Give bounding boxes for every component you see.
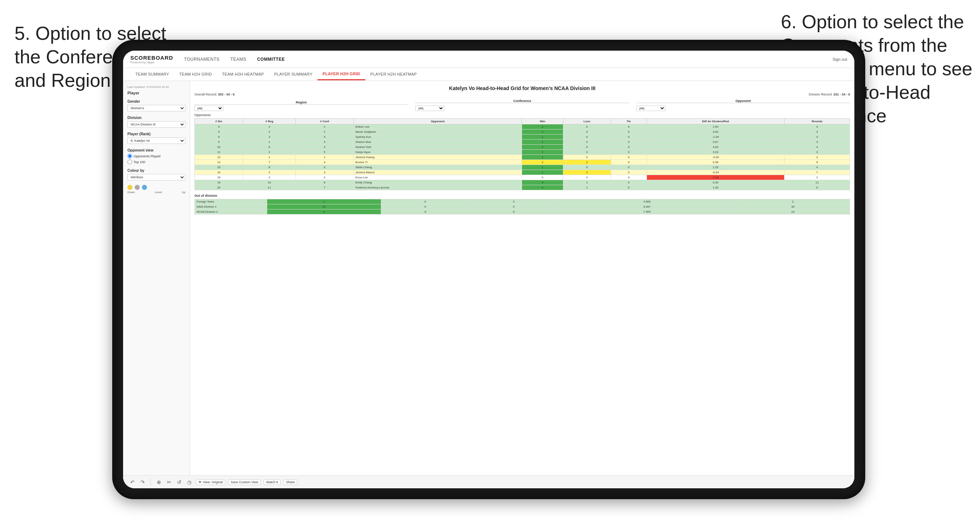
table-row: 1063 Andrea York 200 4.004 bbox=[195, 145, 850, 150]
color-dot-level bbox=[135, 185, 140, 190]
color-dot-up bbox=[142, 185, 147, 190]
col-header-loss: Loss bbox=[563, 119, 611, 124]
sub-nav-player-summary[interactable]: PLAYER SUMMARY bbox=[269, 68, 318, 80]
table-row: 1822 Euna Lee 000 -5.002 bbox=[195, 175, 850, 180]
sidebar-colour-by-label: Colour by bbox=[127, 168, 185, 173]
grid-content: Katelyn Vo Head-to-Head Grid for Women's… bbox=[190, 81, 854, 488]
sidebar-division-section: Division NCAA Division III bbox=[127, 116, 185, 128]
table-row: 633 Sydney Kuo 100 -1.003 bbox=[195, 135, 850, 140]
logo-text: SCOREBOARD bbox=[130, 55, 173, 61]
watch-btn[interactable]: Watch ▾ bbox=[264, 479, 280, 485]
sidebar-opponent-view-section: Opponent view Opponents Played Top 100 bbox=[127, 148, 185, 164]
tablet-screen: SCOREBOARD Powered by clippd TOURNAMENTS… bbox=[123, 51, 854, 488]
view-icon: 👁 bbox=[198, 480, 202, 484]
conference-header: Conference bbox=[415, 99, 629, 103]
region-header: Region bbox=[194, 100, 408, 105]
sidebar-division-select[interactable]: NCAA Division III bbox=[127, 121, 185, 128]
sidebar-colour-by-select[interactable]: Win/loss bbox=[127, 174, 185, 181]
division-record: Division Record: 331 - 34 - 6 bbox=[809, 93, 850, 96]
sidebar-gender-select[interactable]: Women's bbox=[127, 105, 185, 111]
out-of-div-row: NCAA Division 2 500 7.40010 bbox=[195, 210, 850, 214]
logo-area: SCOREBOARD Powered by clippd bbox=[130, 55, 173, 64]
sidebar-radio-opponents-played[interactable]: Opponents Played bbox=[127, 154, 185, 159]
header-right: Sign out bbox=[833, 57, 847, 62]
sub-nav-player-h2h-heatmap[interactable]: PLAYER H2H HEATMAP bbox=[365, 68, 422, 80]
col-header-opponent: Opponent bbox=[353, 119, 522, 124]
out-of-division-title: Out of division bbox=[194, 194, 850, 197]
sidebar-radio-group: Opponents Played Top 100 bbox=[127, 154, 185, 164]
color-legend bbox=[127, 185, 185, 190]
save-custom-btn[interactable]: Save Custom View bbox=[228, 479, 261, 485]
sidebar-player-title: Player bbox=[127, 91, 185, 95]
table-row: 19106 Emily Chang 410 0.3011 bbox=[195, 180, 850, 185]
color-label-down: Down bbox=[127, 190, 135, 194]
sub-nav: TEAM SUMMARY TEAM H2H GRID TEAM H2H HEAT… bbox=[123, 68, 854, 81]
table-row: 1474 Eunice Yi 220 0.389 bbox=[195, 160, 850, 165]
main-content: Last Updated: 27/03/2024 10:34 Player Ge… bbox=[123, 81, 854, 488]
app-header: SCOREBOARD Powered by clippd TOURNAMENTS… bbox=[123, 51, 854, 68]
opponents-label-row: Opponents: bbox=[194, 113, 850, 117]
sidebar-player-rank-select[interactable]: 8. Katelyn Vo bbox=[127, 137, 185, 144]
sub-nav-team-h2h-grid[interactable]: TEAM H2H GRID bbox=[174, 68, 217, 80]
out-of-division-table: Foreign Team 100 4.5002 NAIA Division 1 … bbox=[194, 199, 850, 214]
sidebar-radio-top100[interactable]: Top 100 bbox=[127, 160, 185, 164]
color-dot-down bbox=[127, 185, 132, 190]
nav-teams[interactable]: TEAMS bbox=[230, 56, 246, 63]
sidebar-gender-section: Gender Women's bbox=[127, 100, 185, 111]
col-header-reg: # Reg bbox=[243, 119, 296, 124]
main-data-table: # Div # Reg # Conf Opponent Win Loss Tie… bbox=[194, 118, 850, 190]
sidebar-division-label: Division bbox=[127, 116, 185, 120]
sidebar-player-section: Player bbox=[127, 91, 185, 95]
color-labels: Down Level Up bbox=[127, 190, 185, 194]
sidebar: Last Updated: 27/03/2024 10:34 Player Ge… bbox=[123, 81, 190, 488]
share-btn[interactable]: Share bbox=[283, 479, 297, 485]
nav-committee[interactable]: COMMITTEE bbox=[257, 56, 285, 63]
sidebar-player-rank-label: Player (Rank) bbox=[127, 132, 185, 136]
color-label-level: Level bbox=[155, 190, 162, 194]
region-filter-select[interactable]: (All) bbox=[194, 106, 223, 111]
logo-sub: Powered by clippd bbox=[130, 61, 173, 64]
last-updated: Last Updated: 27/03/2024 10:34 bbox=[127, 85, 185, 89]
filter-region-col: Region (All) bbox=[194, 100, 408, 111]
tablet-device: SCOREBOARD Powered by clippd TOURNAMENTS… bbox=[112, 40, 865, 499]
table-row: 1125 Heejo Hyun 100 3.333 bbox=[195, 150, 850, 155]
grid-title: Katelyn Vo Head-to-Head Grid for Women's… bbox=[194, 85, 850, 91]
overall-record: Overall Record: 353 - 34 - 6 bbox=[194, 93, 235, 96]
filter-conference-col: Conference (All) bbox=[415, 99, 629, 111]
nav-tournaments[interactable]: TOURNAMENTS bbox=[184, 56, 220, 63]
table-row: 522 Alexis Sudjianto 100 4.003 bbox=[195, 130, 850, 135]
filters-row: Region (All) Conference (All) bbox=[194, 99, 850, 111]
out-of-div-row: NAIA Division 1 1500 9.26730 bbox=[195, 204, 850, 210]
sidebar-gender-label: Gender bbox=[127, 100, 185, 103]
col-header-div: # Div bbox=[195, 119, 243, 124]
sub-nav-player-h2h-grid[interactable]: PLAYER H2H GRID bbox=[318, 68, 365, 80]
table-row: 914 Sharon Mun 100 3.673 bbox=[195, 140, 850, 145]
opponent-header: Opponent bbox=[636, 99, 850, 103]
table-row: 1633 Jessica Mason 120 -0.947 bbox=[195, 170, 850, 175]
opponent-filter-select[interactable]: (All) bbox=[636, 106, 665, 111]
col-header-conf: # Conf bbox=[296, 119, 353, 124]
sidebar-opponent-view-label: Opponent view bbox=[127, 148, 185, 152]
table-row: 1585 Stella Cheng 100 1.254 bbox=[195, 165, 850, 170]
sub-nav-team-h2h-heatmap[interactable]: TEAM H2H HEATMAP bbox=[217, 68, 269, 80]
records-row: Overall Record: 353 - 34 - 6 Division Re… bbox=[194, 93, 850, 96]
table-row: 1311 Jessica Huang 100 -3.002 bbox=[195, 155, 850, 160]
out-of-division: Out of division Foreign Team 100 4.5002 … bbox=[194, 194, 850, 214]
col-header-tie: Tie bbox=[611, 119, 647, 124]
sub-nav-team-summary[interactable]: TEAM SUMMARY bbox=[130, 68, 174, 80]
bottom-toolbar: ↶ ↷ ⊕ ✂ ↺ ◷ 👁 View: Original Save Custom… bbox=[190, 475, 854, 488]
filter-opponent-col: Opponent (All) bbox=[636, 99, 850, 111]
table-row: 331 Esther Lee 100 1.504 bbox=[195, 124, 850, 130]
col-header-diff: Diff Av Strokes/Rnd bbox=[647, 119, 784, 124]
nav-items: TOURNAMENTS TEAMS COMMITTEE bbox=[184, 56, 832, 63]
col-header-win: Win bbox=[522, 119, 563, 124]
table-row: 20117 Federica Domecq Lacroze 210 1.336 bbox=[195, 185, 850, 190]
view-original-btn[interactable]: 👁 View: Original bbox=[196, 479, 225, 485]
clock-btn[interactable]: ◷ bbox=[190, 479, 193, 486]
color-label-up: Up bbox=[182, 190, 185, 194]
sidebar-colour-by-section: Colour by Win/loss bbox=[127, 168, 185, 181]
sidebar-player-rank-section: Player (Rank) 8. Katelyn Vo bbox=[127, 132, 185, 144]
conference-filter-select[interactable]: (All) bbox=[415, 106, 444, 111]
col-header-rounds: Rounds bbox=[784, 119, 850, 124]
sign-out-link[interactable]: Sign out bbox=[833, 57, 847, 62]
